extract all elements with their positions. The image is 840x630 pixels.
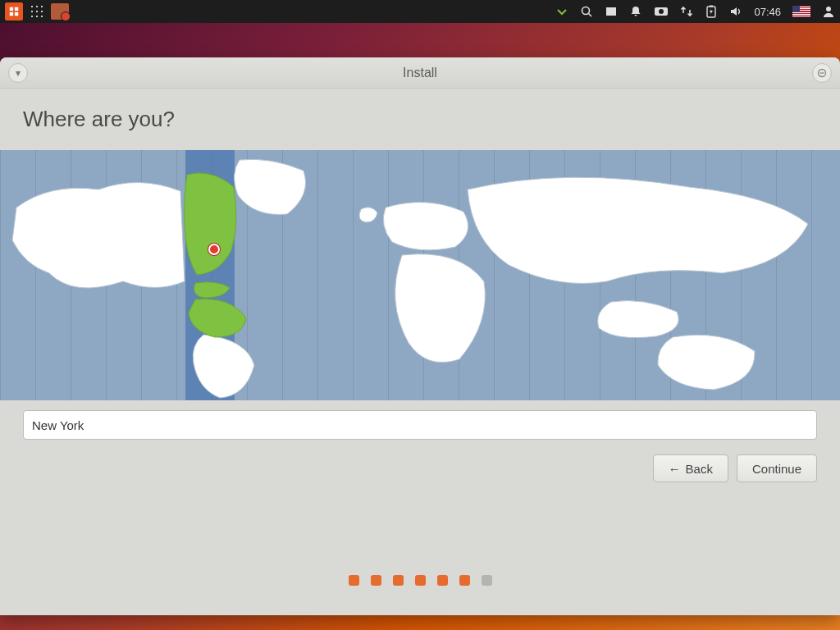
workspace-icon[interactable] (605, 5, 618, 18)
launcher-icon[interactable] (5, 2, 23, 21)
network-updown-icon[interactable] (680, 5, 693, 18)
progress-dot (437, 575, 448, 586)
window-titlebar[interactable]: ▾ Install (0, 57, 840, 89)
progress-dot (415, 575, 426, 586)
camera-icon[interactable] (654, 5, 669, 18)
progress-dot (349, 575, 359, 586)
page-heading: Where are you? (23, 107, 817, 132)
svg-rect-3 (15, 12, 18, 16)
installer-window: ▾ Install Where are you? (0, 57, 840, 615)
progress-dot (482, 575, 492, 586)
back-button[interactable]: ← Back (653, 454, 728, 482)
search-icon[interactable] (580, 5, 593, 18)
svg-line-5 (589, 14, 592, 17)
world-map-svg (0, 150, 840, 400)
volume-icon[interactable] (729, 5, 742, 18)
svg-rect-6 (606, 7, 616, 16)
installer-tray-icon[interactable] (51, 3, 69, 20)
svg-rect-0 (10, 7, 13, 11)
keyboard-layout-flag-us[interactable] (792, 6, 810, 17)
svg-rect-10 (710, 6, 713, 7)
bell-icon[interactable] (629, 5, 642, 18)
battery-icon[interactable] (705, 5, 718, 18)
chevron-down-icon[interactable] (555, 5, 568, 18)
window-title: Install (28, 66, 812, 80)
progress-dot (459, 575, 470, 586)
apps-grid-icon[interactable] (30, 4, 44, 19)
continue-button[interactable]: Continue (737, 454, 817, 482)
svg-rect-2 (10, 12, 13, 16)
timezone-map[interactable] (0, 150, 840, 400)
clock-text[interactable]: 07:46 (754, 6, 781, 18)
window-minimize-button[interactable] (812, 63, 832, 83)
user-icon[interactable] (822, 5, 835, 18)
progress-dots (0, 575, 840, 615)
arrow-left-icon: ← (669, 462, 681, 476)
svg-rect-1 (15, 7, 18, 11)
continue-button-label: Continue (752, 462, 801, 476)
svg-point-4 (582, 7, 590, 15)
svg-point-8 (659, 9, 664, 14)
svg-point-11 (826, 7, 831, 11)
top-panel: 07:46 (0, 0, 840, 23)
progress-dot (371, 575, 381, 586)
back-button-label: Back (686, 462, 713, 476)
location-pin[interactable] (208, 244, 220, 255)
location-input[interactable] (23, 410, 817, 440)
window-menu-button[interactable]: ▾ (8, 63, 28, 83)
progress-dot (393, 575, 404, 586)
